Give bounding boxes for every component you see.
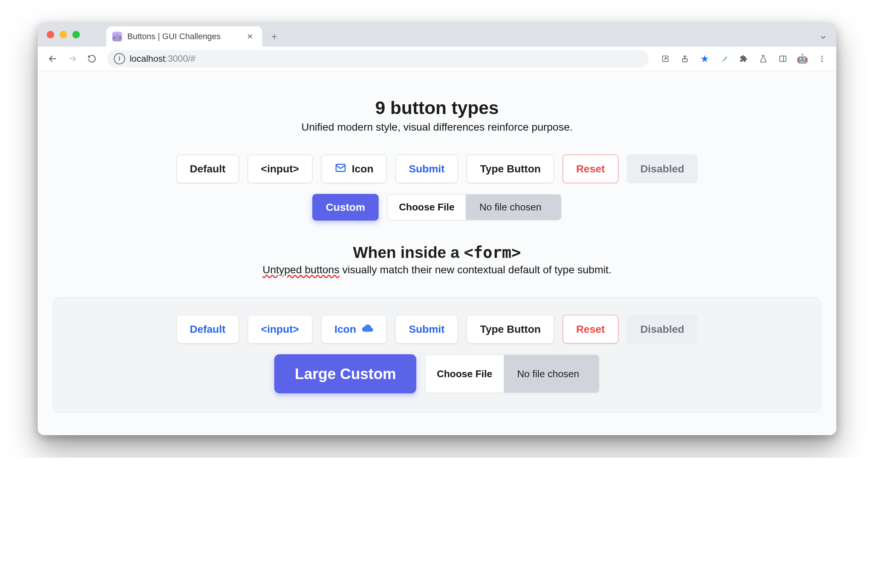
open-external-icon[interactable] [658, 51, 673, 66]
svg-point-8 [821, 61, 823, 62]
close-tab-button[interactable]: ✕ [244, 30, 255, 43]
form-type-button[interactable]: Type Button [466, 315, 554, 344]
forward-button[interactable] [64, 50, 81, 67]
choose-file-button[interactable]: Choose File [388, 195, 466, 220]
tab-favicon: 🤖 [112, 32, 122, 41]
browser-menu-icon[interactable] [814, 51, 830, 66]
site-info-icon[interactable]: i [114, 53, 125, 64]
section-form-context: When inside a <form> Untyped buttons vis… [53, 243, 821, 413]
file-input[interactable]: Choose File No file chosen [387, 194, 562, 221]
side-panel-icon[interactable] [775, 51, 790, 66]
form-subtitle: Untyped buttons visually match their new… [53, 264, 821, 276]
reset-button[interactable]: Reset [562, 154, 618, 183]
browser-window: 🤖 Buttons | GUI Challenges ✕ ＋ i localho… [38, 23, 836, 435]
labs-icon[interactable] [756, 51, 771, 66]
form-icon-button[interactable]: Icon [321, 315, 387, 344]
maximize-window-button[interactable] [72, 31, 80, 38]
form-heading: When inside a <form> [53, 243, 821, 262]
url-text: localhost:3000/# [130, 53, 196, 64]
form-large-custom-button[interactable]: Large Custom [274, 354, 416, 393]
form-default-button[interactable]: Default [176, 315, 239, 344]
back-button[interactable] [44, 50, 61, 67]
tab-strip: 🤖 Buttons | GUI Challenges ✕ ＋ [38, 23, 836, 47]
form-reset-button[interactable]: Reset [562, 315, 618, 344]
svg-point-7 [821, 58, 823, 59]
icon-button[interactable]: Icon [321, 154, 387, 183]
window-controls [47, 31, 80, 38]
button-row-1: Default <input> Icon Submit Type Button … [53, 154, 821, 183]
icon-button-label: Icon [352, 164, 374, 174]
page-content: 9 button types Unified modern style, vis… [38, 71, 836, 435]
mail-icon [335, 162, 347, 176]
form-file-input[interactable]: Choose File No file chosen [425, 354, 599, 393]
svg-rect-4 [780, 56, 786, 62]
share-icon[interactable] [677, 51, 692, 66]
browser-toolbar: i localhost:3000/# ★ 🤖 [38, 47, 836, 71]
bookmark-star-icon[interactable]: ★ [697, 51, 712, 66]
browser-tab[interactable]: 🤖 Buttons | GUI Challenges ✕ [106, 26, 262, 47]
svg-point-6 [821, 56, 823, 57]
form-icon-button-label: Icon [335, 324, 356, 335]
disabled-button: Disabled [627, 154, 698, 183]
close-window-button[interactable] [47, 31, 54, 38]
form-choose-file-button[interactable]: Choose File [425, 355, 503, 393]
file-status: No file chosen [466, 195, 561, 220]
form-input-button[interactable]: <input> [248, 315, 313, 344]
expand-tabs-button[interactable] [819, 33, 827, 43]
address-bar[interactable]: i localhost:3000/# [107, 50, 649, 67]
form-submit-button[interactable]: Submit [395, 315, 458, 344]
reload-button[interactable] [84, 50, 100, 67]
page-title: 9 button types [53, 97, 821, 118]
minimize-window-button[interactable] [60, 31, 67, 38]
form-file-status: No file chosen [504, 355, 599, 393]
submit-button[interactable]: Submit [395, 154, 458, 183]
form-row-1: Default <input> Icon Submit Type Button … [61, 315, 813, 344]
extension-icon-1[interactable] [717, 51, 732, 66]
form-disabled-button: Disabled [627, 315, 698, 344]
form-panel: Default <input> Icon Submit Type Button … [53, 297, 821, 413]
page-subtitle: Unified modern style, visual differences… [53, 121, 821, 133]
cloud-icon [361, 322, 373, 336]
input-type-button[interactable]: <input> [248, 154, 313, 183]
default-button[interactable]: Default [176, 154, 239, 183]
toolbar-actions: ★ 🤖 [658, 51, 830, 66]
tab-title: Buttons | GUI Challenges [127, 32, 221, 41]
profile-avatar[interactable]: 🤖 [795, 51, 810, 66]
section-button-types: 9 button types Unified modern style, vis… [53, 97, 821, 221]
custom-button[interactable]: Custom [312, 194, 379, 221]
extensions-icon[interactable] [736, 51, 751, 66]
button-row-2: Custom Choose File No file chosen [53, 194, 821, 221]
form-row-2: Large Custom Choose File No file chosen [61, 354, 813, 393]
type-button[interactable]: Type Button [466, 154, 554, 183]
new-tab-button[interactable]: ＋ [266, 28, 283, 44]
